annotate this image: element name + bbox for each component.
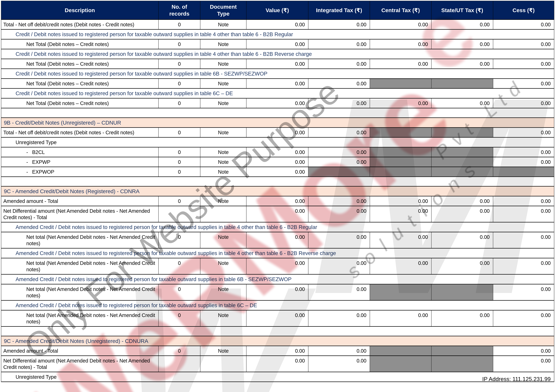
cell-value: 0.00: [246, 127, 308, 137]
cell-value: 0.00: [246, 356, 308, 372]
cell-cess: 0.00: [493, 20, 554, 30]
cell-integrated-tax: 0.00: [308, 346, 370, 356]
cell-state-ut-tax: [431, 356, 493, 372]
cell-description: Amended amount - Total: [1, 196, 159, 206]
cell-description: Net Total (Debit notes – Credit notes): [1, 98, 159, 108]
cell-state-ut-tax: 0.00: [431, 258, 493, 274]
cell-central-tax: 0.00: [370, 258, 431, 274]
cell-doctype: Note: [200, 98, 246, 108]
cell-central-tax: 0.00: [370, 196, 431, 206]
cell-records: 0: [159, 59, 200, 69]
cell-doctype: Note: [200, 127, 246, 137]
cell-central-tax: 0.00: [370, 232, 431, 248]
spacer-cell: [1, 177, 554, 186]
cell-integrated-tax: 0.00: [308, 284, 370, 300]
table-row: Net total (Net Amended Debit notes - Net…: [1, 284, 554, 300]
cell-cess: 0.00: [493, 196, 554, 206]
cell-doctype: Note: [200, 39, 246, 49]
cell-cess: 0.00: [493, 157, 554, 167]
cell-value: 0.00: [246, 284, 308, 300]
cell-central-tax: [370, 167, 431, 177]
cell-value: 0.00: [246, 196, 308, 206]
cell-value: 0.00: [246, 20, 308, 30]
subsection-title: Amended Credit / Debit notes issued to r…: [1, 222, 554, 232]
cell-central-tax: 0.00: [370, 310, 431, 326]
cell-central-tax: [370, 79, 431, 89]
cell-value: 0.00: [246, 59, 308, 69]
cell-value: 0.00: [246, 346, 308, 356]
cell-central-tax: [370, 284, 431, 300]
cell-integrated-tax: 0.00: [308, 98, 370, 108]
table-row: Amended amount - Total0Note0.000.000.00: [1, 346, 554, 356]
cell-records: 0: [159, 284, 200, 300]
cell-state-ut-tax: [431, 127, 493, 137]
cell-records: 0: [159, 258, 200, 274]
subsection-title: Amended Credit / Debit notes issued to r…: [1, 248, 554, 258]
cell-description: Net total (Net Amended Debit notes - Net…: [1, 284, 159, 300]
cell-state-ut-tax: [431, 147, 493, 157]
label-row: Unregistered Type: [1, 137, 554, 147]
table-row: Net Total (Debit notes – Credit notes)0N…: [1, 59, 554, 69]
table-row: Net total (Net Amended Debit notes - Net…: [1, 310, 554, 326]
cell-state-ut-tax: 0.00: [431, 59, 493, 69]
cell-state-ut-tax: 0.00: [431, 196, 493, 206]
cell-records: 0: [159, 157, 200, 167]
table-row: - B2CL0Note0.000.000.00: [1, 147, 554, 157]
subheader-row: Credit / Debit notes issued to registere…: [1, 49, 554, 59]
subheader-row: Amended Credit / Debit notes issued to r…: [1, 274, 554, 284]
cell-cess: 0.00: [493, 79, 554, 89]
table-body: Total - Net off debit/credit notes (Debi…: [1, 20, 554, 382]
cell-integrated-tax: 0.00: [308, 20, 370, 30]
table-row: Total - Net off debit/credit notes (Debi…: [1, 20, 554, 30]
cell-state-ut-tax: 0.00: [431, 232, 493, 248]
cell-doctype: Note: [200, 147, 246, 157]
cell-state-ut-tax: [431, 284, 493, 300]
table-row: Net total (Net Amended Debit notes - Net…: [1, 258, 554, 274]
column-header-records: No. of records: [159, 1, 200, 20]
blank-row: [1, 177, 554, 186]
cell-value: 0.00: [246, 206, 308, 222]
cell-records: [159, 356, 200, 372]
cell-central-tax: [370, 127, 431, 137]
cell-doctype: Note: [200, 59, 246, 69]
cell-value: 0.00: [246, 157, 308, 167]
cell-cess: 0.00: [493, 284, 554, 300]
report-page: DescriptionNo. of recordsDocument TypeVa…: [0, 0, 555, 392]
column-header-central-tax: Central Tax (₹): [370, 1, 431, 20]
cell-description: - EXPWOP: [1, 167, 159, 177]
section-row: 9C - Amended Credit/Debit Notes (Registe…: [1, 186, 554, 196]
cell-records: 0: [159, 232, 200, 248]
cell-records: 0: [159, 20, 200, 30]
table-row: Net total (Net Amended Debit notes - Net…: [1, 232, 554, 248]
table-row: Net Total (Debit notes – Credit notes)0N…: [1, 79, 554, 89]
subheader-row: Credit / Debit notes issued to registere…: [1, 30, 554, 39]
cell-value: 0.00: [246, 167, 308, 177]
cell-integrated-tax: 0.00: [308, 59, 370, 69]
cell-integrated-tax: 0.00: [308, 310, 370, 326]
cell-state-ut-tax: 0.00: [431, 98, 493, 108]
cell-state-ut-tax: 0.00: [431, 310, 493, 326]
subheader-row: Credit / Debit notes issued to registere…: [1, 69, 554, 79]
cell-cess: 0.00: [493, 39, 554, 49]
cell-records: 0: [159, 310, 200, 326]
cell-central-tax: [370, 157, 431, 167]
cell-doctype: Note: [200, 258, 246, 274]
cell-records: 0: [159, 196, 200, 206]
cell-doctype: [200, 206, 246, 222]
cell-central-tax: 0.00: [370, 20, 431, 30]
cell-value: 0.00: [246, 39, 308, 49]
table-row: Total - Net off debit/credit notes (Debi…: [1, 127, 554, 137]
section-header: 9C - Amended Credit/Debit Notes (Unregis…: [1, 336, 554, 346]
subsection-title: Credit / Debit notes issued to registere…: [1, 49, 554, 59]
cell-value: 0.00: [246, 258, 308, 274]
table-row: Amended amount - Total0Note0.000.000.000…: [1, 196, 554, 206]
cell-cess: 0.00: [493, 258, 554, 274]
gst-summary-table: DescriptionNo. of recordsDocument TypeVa…: [1, 1, 554, 382]
column-header-state-ut-tax: State/UT Tax (₹): [431, 1, 493, 20]
cell-value: 0.00: [246, 147, 308, 157]
cell-central-tax: 0.00: [370, 39, 431, 49]
cell-value: 0.00: [246, 232, 308, 248]
group-label: Unregistered Type: [1, 372, 554, 382]
table-row: Net Total (Debit notes – Credit notes)0N…: [1, 98, 554, 108]
ip-address-label: IP Address: 111.125.231.99: [482, 376, 551, 382]
